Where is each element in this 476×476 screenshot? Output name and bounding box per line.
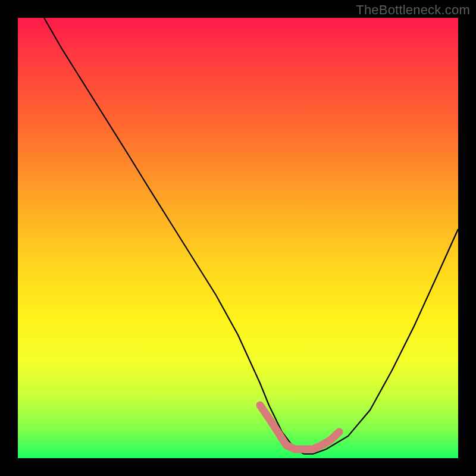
- bottleneck-curve: [44, 18, 458, 454]
- curve-svg: [18, 18, 458, 458]
- chart-frame: TheBottleneck.com: [0, 0, 476, 476]
- watermark-text: TheBottleneck.com: [356, 2, 470, 18]
- plot-area: [18, 18, 458, 458]
